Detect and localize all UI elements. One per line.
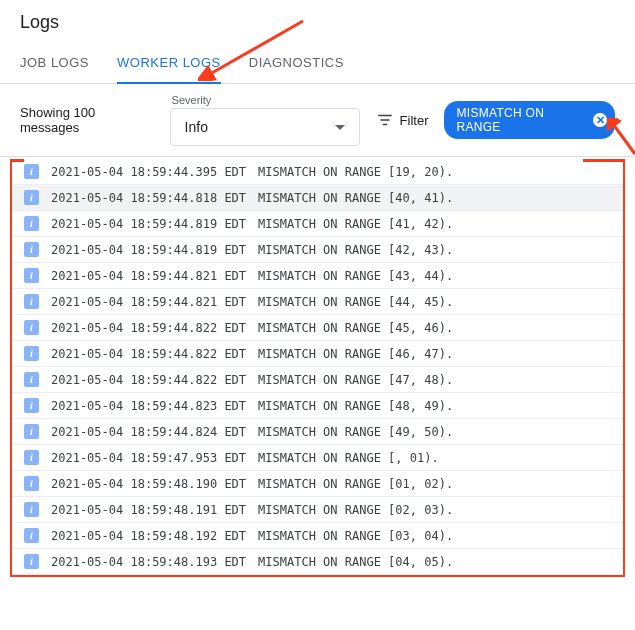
log-row[interactable]: i2021-05-04 18:59:44.822 EDTMISMATCH ON …	[12, 315, 623, 341]
info-icon: i	[24, 164, 39, 179]
log-timestamp: 2021-05-04 18:59:47.953 EDT	[51, 451, 246, 465]
log-message: MISMATCH ON RANGE [48, 49).	[258, 399, 453, 413]
filter-button[interactable]: Filter	[376, 111, 429, 129]
log-message: MISMATCH ON RANGE [44, 45).	[258, 295, 453, 309]
info-icon: i	[24, 554, 39, 569]
severity-field: Severity Info	[170, 94, 360, 146]
log-timestamp: 2021-05-04 18:59:44.822 EDT	[51, 347, 246, 361]
log-row[interactable]: i2021-05-04 18:59:48.190 EDTMISMATCH ON …	[12, 471, 623, 497]
header: Logs	[0, 0, 635, 41]
page-title: Logs	[20, 12, 615, 33]
info-icon: i	[24, 320, 39, 335]
log-row[interactable]: i2021-05-04 18:59:44.819 EDTMISMATCH ON …	[12, 211, 623, 237]
log-message: MISMATCH ON RANGE [03, 04).	[258, 529, 453, 543]
info-icon: i	[24, 190, 39, 205]
log-timestamp: 2021-05-04 18:59:48.193 EDT	[51, 555, 246, 569]
log-row[interactable]: i2021-05-04 18:59:44.822 EDTMISMATCH ON …	[12, 367, 623, 393]
info-icon: i	[24, 502, 39, 517]
log-row[interactable]: i2021-05-04 18:59:44.821 EDTMISMATCH ON …	[12, 263, 623, 289]
tab-job-logs[interactable]: JOB LOGS	[20, 41, 89, 84]
info-icon: i	[24, 242, 39, 257]
log-timestamp: 2021-05-04 18:59:44.395 EDT	[51, 165, 246, 179]
log-message: MISMATCH ON RANGE [19, 20).	[258, 165, 453, 179]
svg-rect-0	[378, 115, 392, 117]
info-icon: i	[24, 424, 39, 439]
log-timestamp: 2021-05-04 18:59:48.191 EDT	[51, 503, 246, 517]
filter-chip[interactable]: MISMATCH ON RANGE ✕	[444, 101, 615, 139]
log-row[interactable]: i2021-05-04 18:59:44.823 EDTMISMATCH ON …	[12, 393, 623, 419]
log-timestamp: 2021-05-04 18:59:48.192 EDT	[51, 529, 246, 543]
severity-value: Info	[185, 119, 208, 135]
log-timestamp: 2021-05-04 18:59:44.819 EDT	[51, 243, 246, 257]
log-row[interactable]: i2021-05-04 18:59:44.822 EDTMISMATCH ON …	[12, 341, 623, 367]
controls-bar: Showing 100 messages Severity Info Filte…	[0, 84, 635, 157]
log-timestamp: 2021-05-04 18:59:44.821 EDT	[51, 269, 246, 283]
log-message: MISMATCH ON RANGE [, 01).	[258, 451, 439, 465]
info-icon: i	[24, 372, 39, 387]
log-message: MISMATCH ON RANGE [46, 47).	[258, 347, 453, 361]
log-message: MISMATCH ON RANGE [43, 44).	[258, 269, 453, 283]
log-message: MISMATCH ON RANGE [47, 48).	[258, 373, 453, 387]
svg-rect-1	[380, 119, 389, 121]
log-message: MISMATCH ON RANGE [42, 43).	[258, 243, 453, 257]
severity-select[interactable]: Info	[170, 108, 360, 146]
log-message: MISMATCH ON RANGE [01, 02).	[258, 477, 453, 491]
info-icon: i	[24, 476, 39, 491]
log-message: MISMATCH ON RANGE [41, 42).	[258, 217, 453, 231]
svg-rect-2	[382, 124, 387, 126]
severity-label: Severity	[170, 94, 360, 106]
log-message: MISMATCH ON RANGE [40, 41).	[258, 191, 453, 205]
log-row[interactable]: i2021-05-04 18:59:44.818 EDTMISMATCH ON …	[12, 185, 623, 211]
message-count: Showing 100 messages	[20, 105, 154, 135]
info-icon: i	[24, 268, 39, 283]
log-row[interactable]: i2021-05-04 18:59:44.824 EDTMISMATCH ON …	[12, 419, 623, 445]
tab-worker-logs[interactable]: WORKER LOGS	[117, 41, 221, 84]
chevron-down-icon	[335, 125, 345, 130]
log-timestamp: 2021-05-04 18:59:44.818 EDT	[51, 191, 246, 205]
log-row[interactable]: i2021-05-04 18:59:48.192 EDTMISMATCH ON …	[12, 523, 623, 549]
log-timestamp: 2021-05-04 18:59:44.822 EDT	[51, 321, 246, 335]
log-list: i2021-05-04 18:59:44.395 EDTMISMATCH ON …	[10, 159, 625, 577]
filter-chip-label: MISMATCH ON RANGE	[456, 106, 587, 134]
filter-icon	[376, 111, 394, 129]
log-row[interactable]: i2021-05-04 18:59:44.821 EDTMISMATCH ON …	[12, 289, 623, 315]
log-message: MISMATCH ON RANGE [45, 46).	[258, 321, 453, 335]
log-timestamp: 2021-05-04 18:59:44.821 EDT	[51, 295, 246, 309]
filter-label: Filter	[400, 113, 429, 128]
log-timestamp: 2021-05-04 18:59:44.823 EDT	[51, 399, 246, 413]
info-icon: i	[24, 294, 39, 309]
log-timestamp: 2021-05-04 18:59:44.819 EDT	[51, 217, 246, 231]
log-row[interactable]: i2021-05-04 18:59:44.819 EDTMISMATCH ON …	[12, 237, 623, 263]
log-message: MISMATCH ON RANGE [04, 05).	[258, 555, 453, 569]
info-icon: i	[24, 528, 39, 543]
info-icon: i	[24, 450, 39, 465]
log-row[interactable]: i2021-05-04 18:59:44.395 EDTMISMATCH ON …	[12, 159, 623, 185]
info-icon: i	[24, 346, 39, 361]
log-timestamp: 2021-05-04 18:59:44.824 EDT	[51, 425, 246, 439]
close-icon[interactable]: ✕	[593, 113, 607, 127]
info-icon: i	[24, 398, 39, 413]
log-timestamp: 2021-05-04 18:59:44.822 EDT	[51, 373, 246, 387]
log-row[interactable]: i2021-05-04 18:59:48.193 EDTMISMATCH ON …	[12, 549, 623, 575]
tab-diagnostics[interactable]: DIAGNOSTICS	[249, 41, 344, 84]
log-row[interactable]: i2021-05-04 18:59:47.953 EDTMISMATCH ON …	[12, 445, 623, 471]
info-icon: i	[24, 216, 39, 231]
tabs: JOB LOGS WORKER LOGS DIAGNOSTICS	[0, 41, 635, 84]
log-message: MISMATCH ON RANGE [02, 03).	[258, 503, 453, 517]
log-message: MISMATCH ON RANGE [49, 50).	[258, 425, 453, 439]
log-timestamp: 2021-05-04 18:59:48.190 EDT	[51, 477, 246, 491]
log-row[interactable]: i2021-05-04 18:59:48.191 EDTMISMATCH ON …	[12, 497, 623, 523]
